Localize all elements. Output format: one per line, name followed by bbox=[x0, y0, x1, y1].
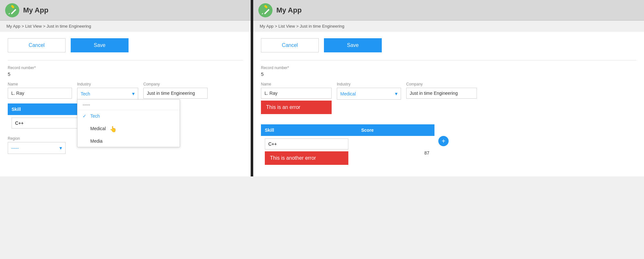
right-app-header: My App bbox=[253, 0, 644, 21]
right-score-value: 87 bbox=[361, 148, 431, 158]
right-name-error: This is an error bbox=[261, 101, 332, 114]
right-industry-value: Medical bbox=[340, 91, 392, 96]
right-skill-header: Skill bbox=[261, 124, 357, 136]
breadcrumb-sep2: > bbox=[43, 24, 47, 29]
right-add-button[interactable]: + bbox=[438, 136, 449, 146]
left-main-form-row: Name Industry Tech ▾ ----- ✓ Tech bbox=[8, 82, 243, 100]
right-company-label: Company bbox=[406, 82, 477, 86]
check-placeholder: ✓ bbox=[83, 126, 88, 131]
right-breadcrumb-listview: List View bbox=[278, 24, 295, 29]
left-panel: My App My App > List View > Just in time… bbox=[0, 0, 251, 176]
left-region-chevron: ▾ bbox=[59, 145, 62, 151]
left-industry-dropdown: ----- ✓ Tech ✓ Medical 👆 ✓ Media bbox=[77, 99, 180, 147]
right-breadcrumb-sep1: > bbox=[275, 24, 278, 29]
left-record-number-value: 5 bbox=[8, 71, 243, 77]
right-score-cell: 87 bbox=[357, 136, 434, 170]
right-main-form-row: Name This is an error Industry Medical ▾… bbox=[261, 82, 636, 117]
right-record-number-label: Record number* bbox=[261, 66, 636, 70]
right-app-icon bbox=[258, 3, 273, 17]
right-company-input[interactable] bbox=[406, 88, 477, 99]
right-button-row: Cancel Save bbox=[261, 38, 636, 52]
right-record-number-value: 5 bbox=[261, 71, 636, 77]
left-industry-label: Industry bbox=[77, 82, 138, 86]
left-industry-chevron: ▾ bbox=[132, 91, 135, 97]
right-breadcrumb-item: Just in time Engineering bbox=[300, 24, 344, 29]
left-name-label: Name bbox=[8, 82, 72, 86]
right-breadcrumb: My App > List View > Just in time Engine… bbox=[253, 21, 644, 32]
left-company-group: Company bbox=[143, 82, 208, 99]
dropdown-item-tech[interactable]: ✓ Tech bbox=[77, 110, 180, 122]
left-save-button[interactable]: Save bbox=[71, 38, 129, 52]
right-company-group: Company bbox=[406, 82, 477, 99]
left-name-group: Name bbox=[8, 82, 72, 99]
right-score-header: Score bbox=[357, 124, 434, 136]
left-industry-value: Tech bbox=[81, 91, 130, 96]
right-app-title: My App bbox=[276, 6, 302, 14]
left-breadcrumb: My App > List View > Just in time Engine… bbox=[0, 21, 251, 32]
left-content: Cancel Save Record number* 5 Name Indust… bbox=[0, 32, 251, 176]
left-record-number-label: Record number* bbox=[8, 66, 243, 70]
right-cancel-button[interactable]: Cancel bbox=[261, 38, 319, 52]
breadcrumb-item: Just in time Engineering bbox=[47, 24, 91, 29]
left-cancel-button[interactable]: Cancel bbox=[8, 38, 66, 52]
right-name-label: Name bbox=[261, 82, 332, 86]
left-industry-group: Industry Tech ▾ ----- ✓ Tech ✓ Medical � bbox=[77, 82, 138, 100]
left-company-label: Company bbox=[143, 82, 208, 86]
right-name-group: Name This is an error bbox=[261, 82, 332, 117]
left-record-number-group: Record number* 5 bbox=[8, 66, 243, 82]
check-icon: ✓ bbox=[83, 113, 88, 119]
left-app-icon bbox=[5, 3, 19, 17]
cursor-icon: 👆 bbox=[110, 126, 117, 133]
left-company-input[interactable] bbox=[143, 88, 208, 99]
right-industry-label: Industry bbox=[337, 82, 401, 86]
dropdown-dashes[interactable]: ----- bbox=[77, 100, 180, 110]
panel-divider bbox=[251, 0, 253, 176]
left-name-input[interactable] bbox=[8, 88, 72, 99]
right-panel: My App My App > List View > Just in time… bbox=[253, 0, 644, 176]
right-industry-chevron: ▾ bbox=[395, 91, 398, 97]
right-skill-cell: This is another error bbox=[261, 136, 357, 170]
breadcrumb-listview: List View bbox=[25, 24, 42, 29]
right-breadcrumb-myapp: My App bbox=[260, 24, 273, 29]
right-content: Cancel Save Record number* 5 Name This i… bbox=[253, 32, 644, 176]
right-skill-area: Skill Score This is another error 87 bbox=[261, 122, 636, 170]
right-skill-row: This is another error 87 bbox=[261, 136, 434, 170]
breadcrumb-sep1: > bbox=[22, 24, 25, 29]
dropdown-item-medical[interactable]: ✓ Medical 👆 bbox=[77, 122, 180, 135]
dropdown-item-media[interactable]: ✓ Media bbox=[77, 135, 180, 147]
right-save-button[interactable]: Save bbox=[324, 38, 382, 52]
right-industry-select[interactable]: Medical ▾ bbox=[337, 88, 401, 100]
right-skill-input[interactable] bbox=[265, 138, 348, 149]
breadcrumb-myapp: My App bbox=[6, 24, 20, 29]
left-divider bbox=[8, 60, 243, 60]
left-industry-select[interactable]: Tech ▾ bbox=[77, 88, 138, 100]
right-industry-group: Industry Medical ▾ bbox=[337, 82, 401, 100]
right-skill-error: This is another error bbox=[265, 151, 348, 165]
left-app-header: My App bbox=[0, 0, 251, 21]
right-name-input[interactable] bbox=[261, 88, 332, 99]
right-skill-table: Skill Score This is another error 87 bbox=[261, 124, 434, 170]
left-app-title: My App bbox=[23, 6, 49, 14]
check-placeholder2: ✓ bbox=[83, 138, 88, 144]
left-region-select[interactable]: ----- ▾ bbox=[8, 142, 66, 154]
right-record-number-group: Record number* 5 bbox=[261, 66, 636, 82]
left-region-value: ----- bbox=[11, 146, 57, 151]
left-button-row: Cancel Save bbox=[8, 38, 243, 52]
right-divider bbox=[261, 60, 636, 60]
right-breadcrumb-sep2: > bbox=[296, 24, 300, 29]
